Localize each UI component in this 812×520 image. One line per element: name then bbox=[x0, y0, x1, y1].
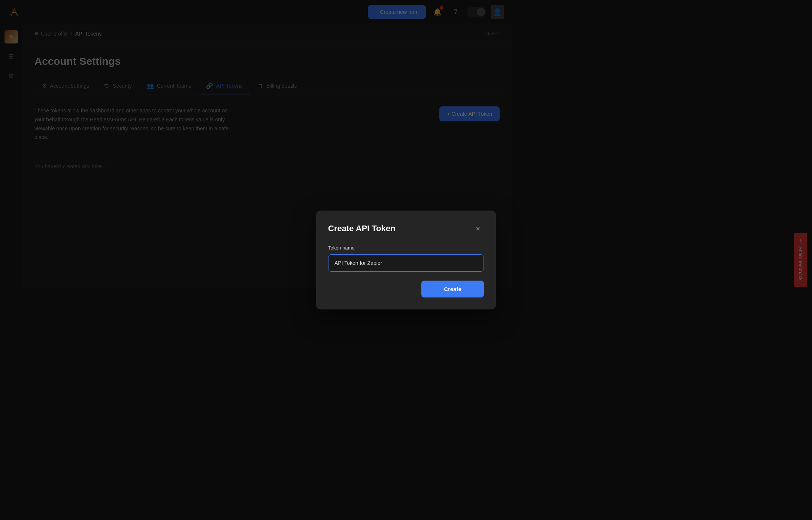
token-name-label: Token name bbox=[328, 245, 484, 251]
modal-close-button[interactable]: × bbox=[472, 223, 484, 235]
create-api-token-modal: Create API Token × Token name Create bbox=[316, 211, 496, 288]
modal-overlay[interactable]: Create API Token × Token name Create bbox=[0, 0, 512, 288]
token-name-input[interactable] bbox=[328, 254, 484, 272]
modal-header: Create API Token × bbox=[328, 223, 484, 235]
close-icon: × bbox=[476, 224, 480, 233]
token-name-field-group: Token name bbox=[328, 245, 484, 272]
modal-create-button[interactable]: Create bbox=[421, 281, 484, 288]
modal-title: Create API Token bbox=[328, 224, 396, 233]
modal-footer: Create bbox=[328, 281, 484, 288]
